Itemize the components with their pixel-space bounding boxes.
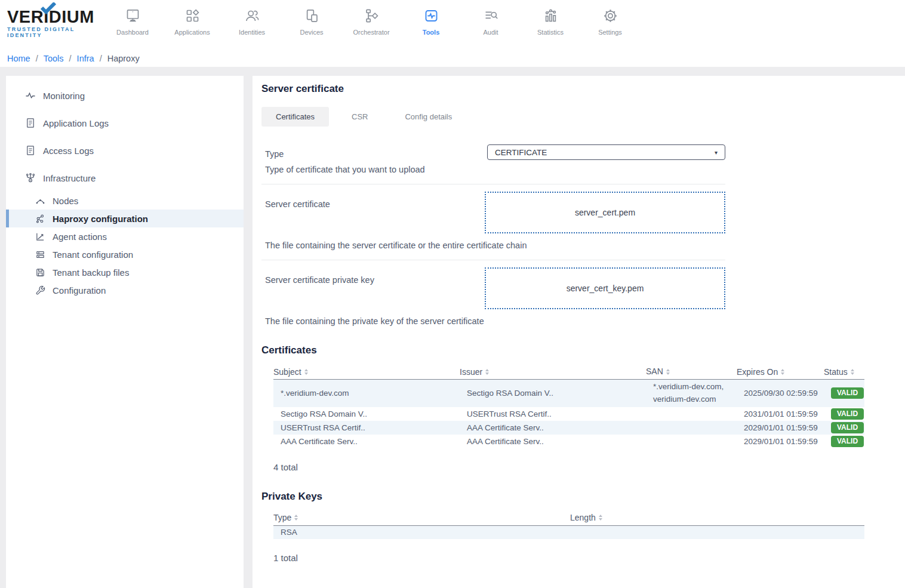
nav-item-dashboard[interactable]: Dashboard [103, 4, 162, 36]
sidebar-item-agent-actions[interactable]: Agent actions [6, 227, 244, 245]
sidebar-item-label: Infrastructure [43, 173, 96, 183]
column-header-expires-on[interactable]: Expires On [737, 367, 824, 377]
column-header-type[interactable]: Type [273, 513, 570, 522]
nav-label: Dashboard [116, 29, 149, 36]
cell-issuer: AAA Certificate Serv.. [460, 437, 646, 446]
private-key-dropzone[interactable]: server_cert_key.pem [485, 267, 725, 309]
sidebar-item-nodes[interactable]: Nodes [6, 192, 244, 210]
sidebar-item-application-logs[interactable]: Application Logs [6, 109, 244, 137]
column-header-san[interactable]: SAN [646, 364, 737, 380]
private-keys-table-header: Type Length [273, 510, 864, 526]
nav-label: Statistics [537, 29, 564, 36]
application-logs-icon [25, 118, 36, 128]
statistics-icon [543, 6, 559, 25]
table-row: Sectigo RSA Domain V.. USERTrust RSA Cer… [273, 407, 864, 421]
sort-icon [666, 369, 670, 375]
main-nav: Dashboard Applications Identities Device… [103, 4, 640, 36]
tools-icon [423, 6, 439, 25]
tab-config-details[interactable]: Config details [390, 107, 466, 127]
column-header-length[interactable]: Length [570, 513, 864, 522]
sidebar-item-label: Application Logs [43, 118, 109, 128]
divider [261, 260, 725, 260]
type-row: Type Type of certificate that you want t… [261, 144, 725, 174]
nav-item-settings[interactable]: Settings [580, 4, 640, 36]
brand-logo[interactable]: VERIDIUM TRUSTED DIGITAL IDENTITY [7, 7, 109, 38]
sidebar-item-monitoring[interactable]: Monitoring [6, 82, 244, 109]
column-header-issuer[interactable]: Issuer [460, 367, 646, 377]
sort-icon [304, 369, 308, 375]
nav-item-statistics[interactable]: Statistics [521, 4, 580, 36]
sidebar-item-tenant-configuration[interactable]: Tenant configuration [6, 245, 244, 263]
tab-csr[interactable]: CSR [337, 107, 382, 127]
type-select[interactable]: CERTIFICATE ▾ [487, 144, 725, 160]
server-certificate-row: Server certificate server_cert.pem [261, 192, 725, 233]
sidebar-item-haproxy-configuration[interactable]: Haproxy configuration [6, 210, 244, 227]
haproxy-icon [35, 213, 45, 224]
column-header-subject[interactable]: Subject [273, 367, 460, 377]
infrastructure-icon [25, 173, 36, 183]
table-row: *.veridium-dev.com Sectigo RSA Domain V.… [273, 380, 864, 407]
sort-icon [294, 515, 298, 521]
nav-item-applications[interactable]: Applications [162, 4, 222, 36]
nav-item-tools[interactable]: Tools [401, 4, 461, 36]
nav-item-devices[interactable]: Devices [282, 4, 341, 36]
cell-status: VALID [824, 421, 864, 435]
brand-checkmark-icon [40, 2, 56, 14]
sort-icon [485, 369, 489, 375]
private-keys-table: Type Length RSA [273, 510, 864, 539]
breadcrumb-tools[interactable]: Tools [44, 54, 64, 63]
breadcrumb-separator: / [100, 54, 102, 63]
page-title: Server certificate [261, 83, 905, 95]
server-certificate-dropzone[interactable]: server_cert.pem [485, 192, 725, 233]
server-certificate-label: Server certificate [261, 192, 485, 233]
tenant-backup-icon [35, 267, 45, 278]
nav-label: Settings [598, 29, 622, 36]
status-badge: VALID [831, 408, 864, 420]
sidebar-item-access-logs[interactable]: Access Logs [6, 137, 244, 164]
nav-item-audit[interactable]: Audit [461, 4, 521, 36]
agent-actions-icon [35, 231, 45, 242]
breadcrumb-infra[interactable]: Infra [77, 54, 94, 63]
cell-expires-on: 2029/01/01 01:59:59 [737, 437, 824, 446]
nav-label: Devices [300, 29, 323, 36]
audit-icon [483, 6, 499, 25]
cell-expires-on: 2031/01/01 01:59:59 [737, 410, 824, 418]
sidebar-item-infrastructure[interactable]: Infrastructure [6, 164, 244, 192]
chevron-down-icon: ▾ [715, 149, 718, 156]
sidebar: Monitoring Application Logs Access Logs … [6, 76, 244, 588]
breadcrumb-separator: / [69, 54, 72, 63]
server-certificate-filename: server_cert.pem [575, 208, 635, 217]
sidebar-item-label: Nodes [53, 196, 78, 206]
sidebar-item-tenant-backup-files[interactable]: Tenant backup files [6, 263, 244, 281]
nav-label: Audit [483, 29, 498, 36]
sidebar-item-configuration[interactable]: Configuration [6, 281, 244, 299]
private-key-help-text: The file containing the private key of t… [261, 316, 725, 326]
nav-item-orchestrator[interactable]: Orchestrator [341, 4, 401, 36]
cell-subject: USERTrust RSA Certif.. [273, 423, 460, 432]
brand-name: VERIDIUM [7, 7, 109, 26]
nav-item-identities[interactable]: Identities [222, 4, 282, 36]
dashboard-icon [125, 6, 141, 25]
status-badge: VALID [831, 422, 864, 433]
cell-san [646, 440, 737, 442]
cell-type: RSA [273, 528, 570, 537]
type-select-value: CERTIFICATE [495, 148, 715, 157]
nodes-icon [35, 195, 45, 206]
private-key-label: Server certificate private key [261, 267, 485, 309]
divider [261, 184, 725, 184]
cell-status: VALID [824, 435, 864, 448]
column-header-status[interactable]: Status [824, 367, 864, 377]
cell-san [646, 412, 737, 415]
breadcrumb-home[interactable]: Home [7, 54, 30, 63]
cell-status: VALID [824, 386, 864, 400]
applications-icon [184, 6, 201, 25]
settings-icon [602, 6, 618, 25]
sort-icon [599, 515, 602, 521]
tab-bar: Certificates CSR Config details [261, 107, 905, 127]
status-badge: VALID [831, 387, 864, 399]
cell-subject: Sectigo RSA Domain V.. [273, 410, 460, 418]
status-badge: VALID [831, 436, 864, 447]
access-logs-icon [25, 145, 36, 156]
tab-certificates[interactable]: Certificates [261, 107, 329, 127]
table-row: RSA [273, 526, 864, 539]
